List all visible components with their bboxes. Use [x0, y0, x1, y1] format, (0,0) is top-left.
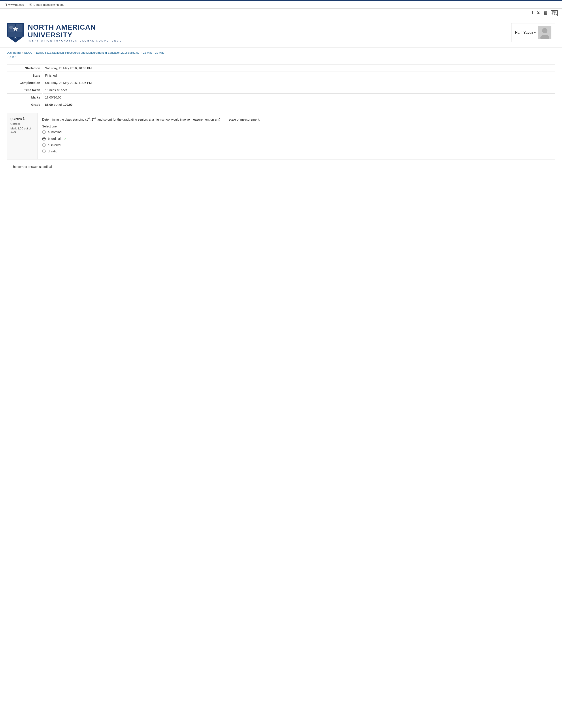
user-name[interactable]: Halil Yavuz [515, 31, 535, 34]
question-status: Correct [10, 122, 34, 125]
option-d[interactable]: d. ratio [42, 150, 551, 153]
breadcrumb: Dashboard › EDUC › EDUC 5313.Statistical… [0, 47, 562, 55]
started-on-label: Started on [7, 65, 42, 72]
grade-label: Grade [7, 101, 42, 108]
svg-rect-1 [16, 24, 23, 32]
grade-row: Grade 85.00 out of 100.00 [7, 101, 555, 108]
facebook-icon[interactable]: f [532, 10, 533, 16]
svg-point-7 [540, 35, 549, 39]
university-name: NORTH AMERICAN UNIVERSITY INSPIRATION IN… [28, 23, 122, 42]
completed-on-value: Saturday, 28 May 2016, 11:05 PM [43, 80, 555, 86]
breadcrumb-quiz[interactable]: Quiz 1 [8, 55, 17, 59]
university-title-line2: UNIVERSITY [28, 31, 122, 39]
breadcrumb-sep-3: › [141, 51, 142, 54]
question-block: Question 1 Correct Mark 1.00 out of 1.00… [7, 113, 555, 159]
breadcrumb-course[interactable]: EDUC 5313.Statistical Procedures and Mea… [36, 51, 139, 54]
marks-label: Marks [7, 94, 42, 101]
question-content: Determining the class standing (1st, 2nd… [38, 113, 555, 159]
breadcrumb-sep-2: › [34, 51, 35, 54]
website-link[interactable]: ⊓ www.na.edu [4, 3, 24, 7]
top-bar: ⊓ www.na.edu ✉ E-mail: moodle@na.edu [0, 0, 562, 9]
option-c[interactable]: c. interval [42, 143, 551, 147]
select-one-label: Select one: [42, 125, 551, 128]
completed-on-row: Completed on Saturday, 28 May 2016, 11:0… [7, 80, 555, 86]
youtube-icon[interactable]: YouTube [551, 10, 558, 16]
option-a-text: a. nominal [48, 130, 62, 134]
logo-area: NAU NORTH AMERICAN UNIVERSITY INSPIRATIO… [7, 23, 122, 43]
question-text: Determining the class standing (1st, 2nd… [42, 117, 551, 122]
shield-logo: NAU [7, 23, 24, 43]
marks-row: Marks 17.00/20.00 [7, 94, 555, 101]
instagram-icon[interactable]: ▦ [543, 10, 547, 16]
question-mark: Mark 1.00 out of 1.00 [10, 127, 34, 133]
radio-d[interactable] [42, 150, 46, 153]
user-panel[interactable]: Halil Yavuz [511, 23, 555, 42]
state-value: Finished [43, 72, 555, 79]
question-label: Question 1 [10, 117, 34, 121]
option-c-text: c. interval [48, 143, 61, 147]
question-sidebar: Question 1 Correct Mark 1.00 out of 1.00 [7, 113, 38, 159]
breadcrumb-educ[interactable]: EDUC [24, 51, 32, 54]
avatar [538, 26, 551, 39]
time-taken-row: Time taken 16 mins 40 secs [7, 87, 555, 94]
state-row: State Finished [7, 72, 555, 79]
feedback-box: The correct answer is: ordinal [7, 162, 555, 172]
option-d-text: d. ratio [48, 150, 57, 153]
radio-c[interactable] [42, 143, 46, 147]
svg-text:NAU: NAU [14, 37, 17, 39]
svg-point-4 [9, 26, 13, 29]
option-b-text: b. ordinal [48, 137, 61, 140]
svg-rect-2 [8, 32, 23, 37]
email-label: E-mail: moodle@na.edu [34, 3, 64, 6]
twitter-icon[interactable]: 𝕏 [537, 10, 540, 16]
breadcrumb-chevron: › [7, 55, 8, 59]
social-bar: f 𝕏 ▦ YouTube [0, 9, 562, 18]
marks-value: 17.00/20.00 [43, 94, 555, 101]
svg-point-6 [542, 28, 547, 33]
completed-on-label: Completed on [7, 80, 42, 86]
option-b[interactable]: b. ordinal ✓ [42, 137, 551, 141]
started-on-row: Started on Saturday, 28 May 2016, 10:48 … [7, 65, 555, 72]
header: NAU NORTH AMERICAN UNIVERSITY INSPIRATIO… [0, 18, 562, 47]
breadcrumb-week[interactable]: 23 May - 29 May [143, 51, 165, 54]
feedback-text: The correct answer is: ordinal [11, 165, 52, 169]
started-on-value: Saturday, 28 May 2016, 10:48 PM [43, 65, 555, 72]
university-tagline: INSPIRATION INNOVATION GLOBAL COMPETENCE [28, 39, 122, 42]
breadcrumb-dashboard[interactable]: Dashboard [7, 51, 21, 54]
website-icon: ⊓ [4, 3, 7, 7]
email-link[interactable]: ✉ E-mail: moodle@na.edu [29, 3, 64, 7]
quiz-info-table: Started on Saturday, 28 May 2016, 10:48 … [7, 64, 555, 109]
grade-value: 85.00 out of 100.00 [43, 101, 555, 108]
breadcrumb-sep-1: › [22, 51, 23, 54]
university-title-line1: NORTH AMERICAN [28, 23, 122, 31]
breadcrumb-line2: › Quiz 1 [0, 55, 562, 62]
radio-a[interactable] [42, 130, 46, 134]
email-icon: ✉ [29, 3, 32, 7]
time-taken-value: 16 mins 40 secs [43, 87, 555, 94]
website-label: www.na.edu [8, 3, 24, 6]
option-a[interactable]: a. nominal [42, 130, 551, 134]
correct-checkmark-icon: ✓ [64, 137, 67, 141]
time-taken-label: Time taken [7, 87, 42, 94]
radio-b[interactable] [42, 137, 46, 140]
state-label: State [7, 72, 42, 79]
